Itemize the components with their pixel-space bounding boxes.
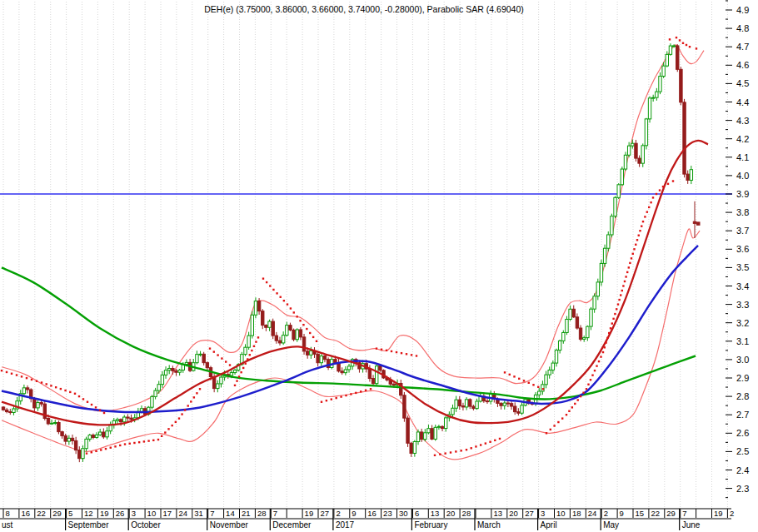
week-tick-label: 6: [415, 509, 419, 518]
week-tick-label: 2: [604, 509, 608, 518]
moving-averages-layer: [2, 141, 708, 425]
week-tick-label: 14: [226, 509, 235, 518]
month-label: March: [477, 520, 501, 530]
short-ma-line: [2, 141, 708, 425]
week-tick-label: 12: [84, 509, 93, 518]
upper-band-line: [2, 45, 704, 411]
svg-text:4.6: 4.6: [736, 60, 749, 70]
month-label-august-clipped: ust: [2, 520, 13, 530]
svg-text:3.1: 3.1: [736, 336, 749, 346]
svg-text:4.9: 4.9: [736, 5, 749, 15]
month-label: December: [272, 520, 312, 530]
medium-ma-line: [2, 246, 698, 412]
week-tick-label: 22: [651, 509, 660, 518]
svg-text:4.3: 4.3: [736, 116, 749, 126]
week-tick-label: 15: [636, 509, 645, 518]
week-tick-label: 31: [194, 509, 203, 518]
week-tick-label: 28: [462, 509, 471, 518]
week-tick-label: 16: [367, 509, 377, 518]
month-label: April: [541, 520, 557, 530]
week-tick-label: 26: [116, 509, 125, 518]
week-tick-label: 13: [431, 509, 440, 518]
week-tick-label: 7: [210, 509, 214, 518]
week-tick-label: 23: [383, 509, 392, 518]
svg-text:3.5: 3.5: [736, 262, 749, 272]
week-tick-label: 28: [257, 509, 267, 518]
week-tick-label: 3: [132, 509, 136, 518]
svg-text:3.6: 3.6: [736, 244, 749, 254]
week-tick-label: 2: [336, 509, 340, 518]
week-tick-label: 9: [620, 509, 624, 518]
svg-text:2.7: 2.7: [736, 410, 749, 420]
price-chart: 2.32.42.52.62.72.82.93.03.13.23.33.43.53…: [0, 0, 758, 532]
svg-text:4.8: 4.8: [736, 23, 749, 33]
gridlines-layer: [3, 2, 727, 508]
week-tick-label: 29: [666, 509, 676, 518]
week-tick-label: 24: [588, 509, 597, 518]
week-tick-label: 18: [572, 509, 581, 518]
svg-text:3.3: 3.3: [736, 300, 749, 310]
week-tick-label: 10: [147, 509, 157, 518]
week-tick-label: 2: [730, 509, 734, 518]
svg-text:3.9: 3.9: [736, 189, 749, 199]
svg-text:4.7: 4.7: [736, 42, 749, 52]
y-axis: 2.32.42.52.62.72.82.93.03.13.23.33.43.53…: [726, 1, 749, 498]
svg-text:4.1: 4.1: [736, 152, 749, 162]
week-tick-label: 24: [178, 509, 187, 518]
week-tick-label: 27: [321, 509, 330, 518]
week-tick-label: 19: [714, 509, 723, 518]
svg-text:2.4: 2.4: [736, 465, 749, 475]
week-tick-label: 20: [446, 509, 456, 518]
svg-text:4.4: 4.4: [736, 97, 749, 107]
month-label: 2017: [336, 520, 355, 530]
week-tick-label: 7: [682, 509, 686, 518]
x-axis: ust81622295September1219263October101724…: [0, 509, 734, 530]
svg-text:4.5: 4.5: [736, 78, 749, 88]
week-tick-label: 17: [163, 509, 172, 518]
svg-text:2.6: 2.6: [736, 428, 749, 438]
week-tick-label: 19: [305, 509, 314, 518]
week-tick-label: 16: [21, 509, 30, 518]
week-tick-label: 5: [68, 509, 72, 518]
svg-text:4.0: 4.0: [736, 171, 749, 181]
month-label: October: [131, 520, 161, 530]
svg-text:3.7: 3.7: [736, 226, 749, 236]
svg-text:3.2: 3.2: [736, 318, 749, 328]
month-label: February: [414, 520, 447, 530]
week-tick-label: 29: [52, 509, 62, 518]
last-close-marker: [696, 221, 701, 226]
parabolic-sar-layer: [1, 37, 701, 456]
month-label: September: [68, 520, 110, 530]
week-tick-label: 22: [37, 509, 46, 518]
week-tick-label: 13: [493, 509, 502, 518]
svg-text:2.3: 2.3: [736, 484, 749, 494]
week-tick-label: 21: [242, 509, 251, 518]
week-tick-label: 7: [273, 509, 277, 518]
svg-text:2.8: 2.8: [736, 391, 749, 401]
svg-text:2.9: 2.9: [736, 373, 749, 383]
candles-layer: [2, 43, 696, 462]
chart-title: DEH(e) (3.75000, 3.86000, 3.66000, 3.740…: [204, 4, 524, 14]
charting-app-window: 2.32.42.52.62.72.82.93.03.13.23.33.43.53…: [0, 0, 758, 532]
svg-text:3.4: 3.4: [736, 281, 749, 291]
week-tick-label: 3: [541, 509, 545, 518]
week-tick-label: 30: [399, 509, 408, 518]
svg-text:3.0: 3.0: [736, 355, 749, 365]
week-tick-label: 10: [556, 509, 566, 518]
month-label: November: [210, 520, 249, 530]
week-tick-label: 8: [6, 509, 10, 518]
week-tick-label: 19: [100, 509, 109, 518]
week-tick-label: 9: [352, 509, 356, 518]
svg-text:4.2: 4.2: [736, 134, 749, 144]
svg-text:3.8: 3.8: [736, 207, 749, 217]
bollinger-bands-layer: [2, 45, 704, 460]
month-label: June: [682, 520, 701, 530]
week-tick-label: 20: [509, 509, 518, 518]
month-label: May: [603, 520, 619, 530]
svg-text:2.5: 2.5: [736, 446, 749, 456]
week-tick-label: 27: [525, 509, 534, 518]
